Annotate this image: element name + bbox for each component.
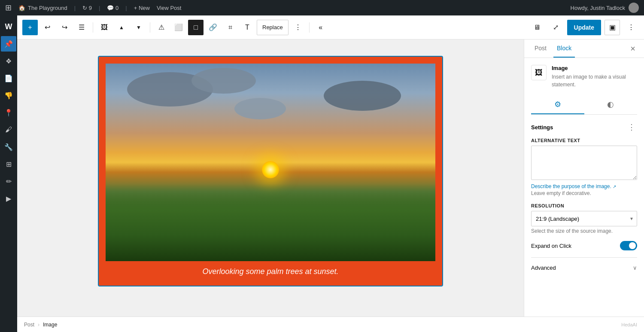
brush-sidebar-icon[interactable]: 🖌 <box>1 122 16 137</box>
redo-button[interactable]: ↪ <box>57 20 72 35</box>
alt-text-label: ALTERNATIVE TEXT <box>531 138 637 143</box>
block-info-text: Image Insert an image to make a visual s… <box>552 65 637 88</box>
update-count[interactable]: ↻ 9 <box>82 5 92 11</box>
pin-sidebar-icon[interactable]: 📍 <box>1 105 16 120</box>
editor-canvas: Overlooking some palm trees at sunset. <box>17 40 524 317</box>
cloud-4 <box>234 98 286 119</box>
howdy-text: Howdy, Justin Tadlock <box>571 5 625 11</box>
grid-sidebar-icon[interactable]: ⊞ <box>1 156 16 172</box>
collapse-toolbar-button[interactable]: « <box>313 20 328 35</box>
view-post-link[interactable]: View Post <box>157 5 182 11</box>
wp-logo-icon[interactable]: ⊞ <box>5 3 12 12</box>
panel-content: 🖼 Image Insert an image to make a visual… <box>524 58 644 317</box>
more-options-button[interactable]: ⋮ <box>290 20 306 35</box>
resolution-help-text: Select the size of the source image. <box>531 228 637 234</box>
toolbar-separator-1 <box>93 22 93 33</box>
block-nav-up-button[interactable]: ▲ <box>114 20 129 35</box>
align-button[interactable]: ⬜ <box>171 20 186 35</box>
replace-button[interactable]: Replace <box>257 20 289 35</box>
advanced-label: Advanced <box>531 265 556 271</box>
comment-count[interactable]: 💬 0 <box>107 5 118 11</box>
text-overlay-button[interactable]: T <box>240 20 255 35</box>
home-icon: 🏠 <box>18 5 25 11</box>
border-active-button[interactable]: □ <box>188 20 204 35</box>
toolbar-separator-2 <box>150 22 150 33</box>
breadcrumb-current: Image <box>43 322 57 328</box>
block-info: 🖼 Image Insert an image to make a visual… <box>531 65 637 88</box>
media-sidebar-icon[interactable]: ▶ <box>1 191 16 206</box>
trees-element <box>106 184 435 261</box>
block-title: Image <box>552 65 637 71</box>
gear-icon: ⚙ <box>554 100 561 109</box>
settings-header: Settings ⋮ <box>531 122 637 133</box>
block-nav-down-button[interactable]: ▼ <box>131 20 146 35</box>
new-content-button[interactable]: + New <box>134 5 150 11</box>
link-button[interactable]: 🔗 <box>205 20 221 35</box>
marker-sidebar-icon[interactable]: ✏ <box>1 174 16 189</box>
alt-text-input[interactable] <box>531 146 637 180</box>
settings-style-tabs: ⚙ ◐ <box>531 95 637 115</box>
panel-close-button[interactable]: × <box>629 42 637 55</box>
sidebar-toggle-button[interactable]: ▣ <box>605 20 620 35</box>
toolbar-separator-3 <box>309 22 310 33</box>
block-description: Insert an image to make a visual stateme… <box>552 73 637 88</box>
block-icon: 🖼 <box>531 65 547 80</box>
posts-sidebar-icon[interactable]: 📌 <box>1 36 16 52</box>
image-visual <box>106 64 435 261</box>
highlight-button[interactable]: ⚠ <box>154 20 169 35</box>
resolution-select-container: Thumbnail Medium Large 21:9 (Landscape) … <box>531 211 637 226</box>
image-toolbar-button[interactable]: 🖼 <box>97 20 112 35</box>
pages-sidebar-icon[interactable]: 📄 <box>1 70 16 86</box>
admin-bar: ⊞ 🏠 The Playground | ↻ 9 | 💬 0 | + New V… <box>0 0 644 15</box>
patterns-sidebar-icon[interactable]: ❖ <box>1 53 16 69</box>
cloud-3 <box>324 81 401 111</box>
more-toolbar-button[interactable]: ⋮ <box>623 20 639 35</box>
image-block-icon: 🖼 <box>535 68 543 77</box>
cloud-2 <box>191 68 256 94</box>
list-view-button[interactable]: ☰ <box>74 20 89 35</box>
expand-on-click-row: Expand on Click <box>531 241 637 250</box>
advanced-section: Advanced ∨ <box>531 257 637 273</box>
post-content: Overlooking some palm trees at sunset. <box>99 57 442 286</box>
settings-section: Settings ⋮ ALTERNATIVE TEXT Describe the… <box>531 122 637 250</box>
style-icon: ◐ <box>607 100 614 109</box>
wrench-sidebar-icon[interactable]: 🔧 <box>1 139 16 155</box>
breadcrumb-attribution: HedaAI <box>621 322 637 327</box>
tab-settings-gear[interactable]: ⚙ <box>531 95 584 114</box>
resolution-select[interactable]: Thumbnail Medium Large 21:9 (Landscape) … <box>531 211 637 226</box>
sun-element <box>262 161 279 178</box>
add-block-button[interactable]: + <box>22 20 38 35</box>
settings-title: Settings <box>531 124 553 131</box>
settings-more-button[interactable]: ⋮ <box>626 122 637 133</box>
right-panel: Post Block × 🖼 Image Insert an image to … <box>524 40 644 317</box>
toggle-knob <box>629 242 636 249</box>
breadcrumb-parent[interactable]: Post <box>24 322 34 328</box>
site-name[interactable]: 🏠 The Playground <box>18 5 67 11</box>
undo-button[interactable]: ↩ <box>39 20 55 35</box>
dislike-sidebar-icon[interactable]: 👎 <box>1 88 16 103</box>
update-button[interactable]: Update <box>567 20 601 35</box>
editor-toolbar: + ↩ ↪ ☰ 🖼 ▲ ▼ ⚠ ⬜ □ 🔗 ⌗ T Replace ⋮ « <box>17 15 644 40</box>
breadcrumb-bar: Post › Image HedaAI <box>17 317 644 332</box>
desktop-view-button[interactable]: 🖥 <box>529 20 545 35</box>
crop-button[interactable]: ⌗ <box>222 20 238 35</box>
tab-block[interactable]: Block <box>553 40 575 58</box>
external-link-button[interactable]: ⤢ <box>548 20 564 35</box>
advanced-header[interactable]: Advanced ∨ <box>531 263 637 273</box>
image-caption[interactable]: Overlooking some palm trees at sunset. <box>106 261 435 282</box>
toggle-track <box>620 241 637 250</box>
leave-empty-text: Leave empty if decorative. <box>531 190 637 196</box>
describe-purpose-link[interactable]: Describe the purpose of the image. <box>531 183 637 189</box>
panel-tabs: Post Block × <box>524 40 644 58</box>
expand-on-click-toggle[interactable] <box>620 241 637 250</box>
expand-on-click-label: Expand on Click <box>531 243 571 249</box>
advanced-chevron-icon: ∨ <box>633 265 637 271</box>
tab-style-circle[interactable]: ◐ <box>584 95 638 114</box>
resolution-label: RESOLUTION <box>531 203 637 208</box>
tab-post[interactable]: Post <box>531 40 550 58</box>
sidebar-navigation: W 📌 ❖ 📄 👎 📍 🖌 🔧 ⊞ ✏ ▶ <box>0 15 17 332</box>
breadcrumb-separator: › <box>38 322 39 328</box>
avatar <box>629 3 639 13</box>
image-block[interactable]: Overlooking some palm trees at sunset. <box>99 57 442 286</box>
wp-logo-sidebar-icon[interactable]: W <box>1 19 16 34</box>
